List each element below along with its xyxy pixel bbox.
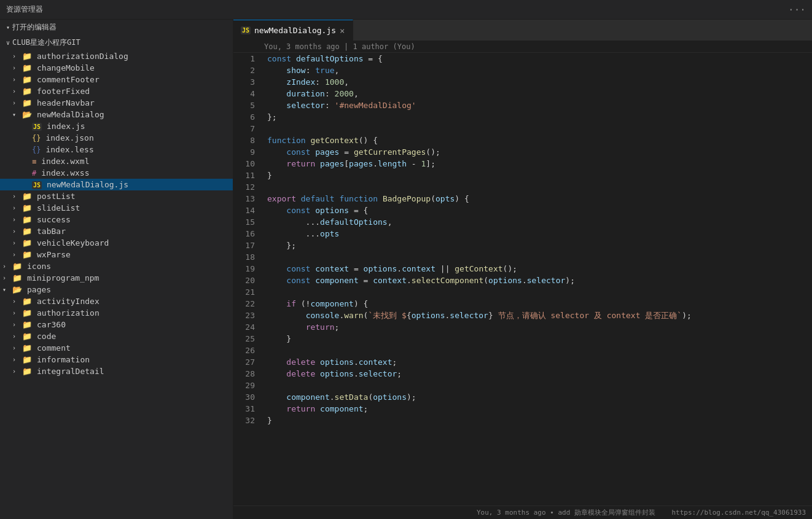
sidebar-item-icons[interactable]: ›📁icons	[0, 260, 233, 272]
folder-icon: 📁	[22, 320, 32, 329]
folder-icon: 📁	[22, 203, 32, 213]
arrow-icon: ›	[12, 368, 22, 375]
item-label: index.js	[47, 122, 85, 131]
code-line: export default function BadgePopup(opts)…	[267, 193, 800, 205]
sidebar-item-headerNavbar[interactable]: ›📁headerNavbar	[0, 97, 233, 109]
code-line: const component = context.selectComponen…	[267, 275, 800, 286]
arrow-icon: ▾	[2, 286, 12, 293]
code-line: zIndex: 1000,	[267, 76, 800, 88]
sidebar-item-car360[interactable]: ›📁car360	[0, 319, 233, 330]
sidebar-item-newMedalDialog[interactable]: ▾📂newMedalDialog	[0, 109, 233, 120]
code-line	[267, 251, 800, 263]
line-number: 23	[240, 310, 255, 321]
tab-filename: newMedalDialog.js	[254, 26, 336, 35]
item-label: information	[37, 355, 90, 364]
code-line: const defaultOptions = {	[267, 53, 800, 64]
folder-icon: 📁	[22, 308, 32, 318]
folder-icon: 📂	[12, 285, 22, 294]
sidebar-item-information[interactable]: ›📁information	[0, 354, 233, 365]
sidebar-item-index-wxss[interactable]: #index.wxss	[0, 167, 233, 179]
folder-icon: 📁	[22, 343, 32, 353]
folder-icon: 📁	[22, 332, 32, 341]
item-label: postList	[37, 192, 76, 201]
sidebar-item-integralDetail[interactable]: ›📁integralDetail	[0, 365, 233, 377]
folder-icon: 📁	[12, 262, 22, 271]
sidebar-item-postList[interactable]: ›📁postList	[0, 190, 233, 202]
code-line: };	[267, 111, 800, 123]
arrow-icon: ›	[12, 345, 22, 351]
line-number: 31	[240, 403, 255, 415]
arrow-icon: ›	[12, 193, 22, 200]
sidebar: ▾ 打开的编辑器 ∨ CLUB星途小程序GIT ›📁authorizationD…	[0, 20, 233, 519]
line-number: 9	[240, 146, 255, 158]
code-container[interactable]: 1234567891011121314151617181920212223242…	[233, 53, 812, 505]
code-line: ...opts	[267, 228, 800, 240]
tab-newMedalDialog[interactable]: JS newMedalDialog.js ×	[233, 20, 353, 41]
sidebar-item-authorizationDialog[interactable]: ›📁authorizationDialog	[0, 50, 233, 62]
line-number: 21	[240, 286, 255, 298]
wxml-icon: ≡	[32, 157, 36, 166]
line-number: 14	[240, 205, 255, 216]
sidebar-item-wxParse[interactable]: ›📁wxParse	[0, 249, 233, 260]
item-label: car360	[37, 320, 66, 329]
sidebar-item-changeMobile[interactable]: ›📁changeMobile	[0, 62, 233, 74]
sidebar-item-newMedalDialog-js[interactable]: JSnewMedalDialog.js	[0, 179, 233, 190]
more-options-button[interactable]: ···	[788, 4, 806, 15]
sidebar-item-index-js[interactable]: JSindex.js	[0, 120, 233, 132]
top-bar: 资源管理器 ···	[0, 0, 812, 20]
line-number: 11	[240, 170, 255, 181]
code-line: duration: 2000,	[267, 88, 800, 100]
sidebar-item-miniprogram_npm[interactable]: ›📁miniprogram_npm	[0, 272, 233, 284]
sidebar-item-authorization[interactable]: ›📁authorization	[0, 307, 233, 319]
sidebar-item-footerFixed[interactable]: ›📁footerFixed	[0, 85, 233, 97]
code-content: const defaultOptions = { show: true, zIn…	[261, 53, 812, 505]
line-number: 28	[240, 368, 255, 380]
sidebar-item-slideList[interactable]: ›📁slideList	[0, 202, 233, 214]
folder-icon: 📁	[22, 192, 32, 201]
arrow-icon: ›	[12, 310, 22, 316]
sidebar-item-index-less[interactable]: {}index.less	[0, 144, 233, 155]
sidebar-item-tabBar[interactable]: ›📁tabBar	[0, 225, 233, 237]
tab-close-button[interactable]: ×	[340, 26, 345, 35]
code-line	[267, 181, 800, 193]
item-label: index.less	[45, 145, 93, 154]
code-line: const options = {	[267, 205, 800, 216]
sidebar-item-vehicleKeyboard[interactable]: ›📁vehicleKeyboard	[0, 237, 233, 249]
code-line	[267, 380, 800, 391]
line-number: 13	[240, 193, 255, 205]
arrow-icon: ›	[12, 298, 22, 305]
sidebar-item-code[interactable]: ›📁code	[0, 330, 233, 342]
folder-icon: 📂	[22, 110, 32, 119]
arrow-icon: ›	[2, 263, 12, 270]
sidebar-items: ›📁authorizationDialog›📁changeMobile›📁com…	[0, 50, 233, 519]
item-label: icons	[27, 262, 51, 271]
project-header[interactable]: ∨ CLUB星途小程序GIT	[0, 35, 233, 50]
item-label: tabBar	[37, 227, 66, 236]
code-line: };	[267, 240, 800, 251]
line-number: 18	[240, 251, 255, 263]
bottom-bar: You, 3 months ago • add 勋章模块全局弹窗组件封装 htt…	[233, 505, 812, 519]
code-line: component.setData(options);	[267, 391, 800, 403]
item-label: authorizationDialog	[37, 52, 128, 61]
item-label: slideList	[37, 203, 80, 213]
sidebar-item-success[interactable]: ›📁success	[0, 214, 233, 225]
open-editors-header[interactable]: ▾ 打开的编辑器	[0, 20, 233, 35]
folder-icon: 📁	[22, 250, 32, 259]
arrow-icon: ›	[12, 88, 22, 95]
sidebar-item-activityIndex[interactable]: ›📁activityIndex	[0, 295, 233, 307]
sidebar-item-pages[interactable]: ▾📂pages	[0, 284, 233, 295]
project-label: CLUB星途小程序GIT	[12, 37, 80, 48]
item-label: integralDetail	[37, 367, 104, 376]
item-label: newMedalDialog.js	[47, 180, 128, 189]
line-number: 2	[240, 64, 255, 76]
sidebar-item-comment[interactable]: ›📁comment	[0, 342, 233, 354]
code-line	[267, 345, 800, 356]
code-line: show: true,	[267, 64, 800, 76]
sidebar-item-index-wxml[interactable]: ≡index.wxml	[0, 155, 233, 167]
folder-icon: 📁	[22, 367, 32, 376]
line-number: 10	[240, 158, 255, 170]
code-line: }	[267, 333, 800, 345]
code-line: return pages[pages.length - 1];	[267, 158, 800, 170]
sidebar-item-commentFooter[interactable]: ›📁commentFooter	[0, 74, 233, 85]
sidebar-item-index-json[interactable]: {}index.json	[0, 132, 233, 144]
